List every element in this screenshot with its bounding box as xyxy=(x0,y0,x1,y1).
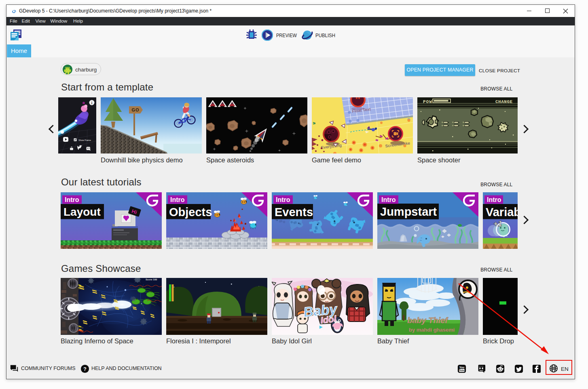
svg-text:Events: Events xyxy=(275,206,313,219)
svg-text:Tube: Tube xyxy=(459,369,465,372)
svg-text:POW: POW xyxy=(423,99,432,104)
svg-text:?: ? xyxy=(83,366,87,372)
svg-text:Intro: Intro xyxy=(276,196,290,203)
svg-text:Intro: Intro xyxy=(170,196,185,203)
svg-text:Score 100: Score 100 xyxy=(146,278,157,281)
svg-text:Variab: Variab xyxy=(486,206,518,219)
svg-text:Intro: Intro xyxy=(65,196,79,203)
svg-text:Layout: Layout xyxy=(63,206,101,218)
svg-text:Jumpstart: Jumpstart xyxy=(380,205,437,218)
svg-text:by mahdi ghasemi: by mahdi ghasemi xyxy=(409,327,455,333)
svg-text:Show Frame: Show Frame xyxy=(78,139,91,141)
svg-text:You: You xyxy=(459,366,464,369)
svg-text:i: i xyxy=(91,101,93,105)
svg-text:+1: +1 xyxy=(493,219,502,228)
svg-text:Intro: Intro xyxy=(487,196,501,203)
svg-text:Objects: Objects xyxy=(169,206,212,219)
svg-text:baby Thief: baby Thief xyxy=(407,316,448,325)
svg-text:Intro: Intro xyxy=(381,196,396,203)
svg-text:GO: GO xyxy=(131,107,139,112)
svg-text:CHANGE: CHANGE xyxy=(495,99,513,104)
